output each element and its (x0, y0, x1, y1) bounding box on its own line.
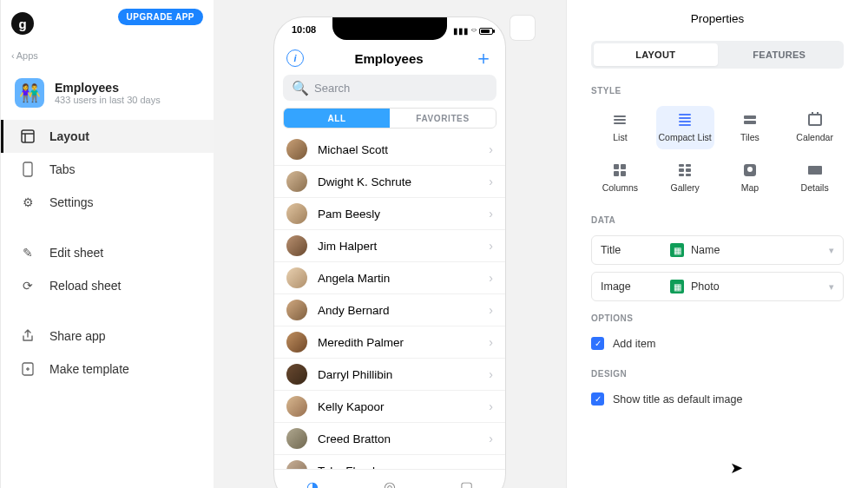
back-label: Apps (16, 50, 38, 61)
style-label: Compact List (658, 132, 711, 142)
employee-name: Andy Bernard (318, 304, 478, 317)
style-compact-list[interactable]: Compact List (656, 106, 714, 149)
chevron-right-icon: › (489, 399, 493, 413)
list-item[interactable]: Pam Beesly› (274, 198, 505, 230)
list-item[interactable]: Andy Bernard› (274, 294, 505, 326)
data-value: Name (691, 244, 720, 256)
tab-middle-icon[interactable]: ◎ (380, 478, 399, 489)
option-add-item[interactable]: ✓ Add item (591, 333, 844, 353)
list-item[interactable]: Jim Halpert› (274, 230, 505, 262)
employee-name: Kelly Kapoor (318, 400, 478, 413)
style-label: Columns (602, 182, 638, 193)
sidebar-item-tabs[interactable]: Tabs (1, 153, 214, 186)
style-calendar[interactable]: Calendar (786, 106, 844, 149)
style-list[interactable]: List (591, 106, 649, 149)
style-label: List (613, 132, 627, 142)
chevron-right-icon: › (489, 335, 493, 349)
list-item[interactable]: Meredith Palmer› (274, 326, 505, 359)
search-placeholder: Search (314, 82, 350, 95)
svg-rect-3 (23, 162, 32, 176)
wifi-icon: ⌔ (471, 26, 477, 36)
chevron-right-icon: › (489, 207, 493, 221)
sidebar-item-label: Reload sheet (49, 279, 122, 293)
data-value: Photo (691, 280, 720, 293)
employee-name: Jim Halpert (318, 240, 478, 253)
left-sidebar: UPGRADE APP g ‹ Apps 👫 Employees 433 use… (0, 0, 214, 488)
avatar (286, 139, 307, 160)
data-row-title[interactable]: Title ▦Name ▾ (591, 235, 844, 265)
app-icon: 👫 (15, 78, 44, 108)
segment-all[interactable]: ALL (284, 109, 390, 128)
style-label: Map (741, 182, 759, 193)
segment-favorites[interactable]: FAVORITES (390, 109, 496, 128)
style-label: Calendar (796, 132, 833, 142)
employee-name: Creed Bratton (318, 432, 478, 445)
sidebar-item-settings[interactable]: ⚙ Settings (1, 186, 214, 219)
sidebar-item-layout[interactable]: Layout (1, 120, 214, 153)
section-options-label: OPTIONS (591, 313, 844, 323)
style-details[interactable]: Details (786, 156, 844, 200)
current-app-header[interactable]: 👫 Employees 433 users in last 30 days (1, 66, 214, 120)
sidebar-item-make-template[interactable]: Make template (1, 353, 214, 386)
data-key: Image (601, 280, 670, 293)
option-label: Add item (613, 338, 655, 350)
device-apple-button[interactable] (510, 16, 535, 40)
checkbox-checked-icon: ✓ (591, 337, 604, 350)
search-input[interactable]: 🔍 Search (283, 75, 496, 101)
upgrade-button[interactable]: UPGRADE APP (118, 9, 203, 25)
sidebar-item-reload-sheet[interactable]: ⟳ Reload sheet (1, 269, 214, 302)
avatar (286, 235, 307, 256)
tab-features[interactable]: FEATURES (718, 43, 842, 66)
data-row-image[interactable]: Image ▦Photo ▾ (591, 272, 844, 301)
chevron-right-icon: › (489, 303, 493, 317)
gear-icon: ⚙ (20, 195, 36, 210)
chevron-down-icon: ▾ (829, 245, 834, 256)
list-item[interactable]: Michael Scott› (274, 134, 505, 166)
style-tiles[interactable]: Tiles (721, 106, 779, 149)
sidebar-item-label: Settings (49, 195, 94, 209)
list-item[interactable]: Creed Bratton› (274, 423, 505, 455)
screen-title: Employees (354, 51, 423, 66)
sidebar-item-share-app[interactable]: Share app (1, 320, 214, 353)
sheets-icon: ▦ (670, 280, 684, 293)
employee-name: Dwight K. Schrute (318, 175, 478, 188)
style-label: Tiles (740, 132, 760, 142)
design-show-title[interactable]: ✓ Show title as default image (591, 389, 844, 409)
phone-preview: 10:08 ▮▮▮ ⌔ i Employees ＋ 🔍 Search ALL F… (274, 17, 505, 488)
avatar (286, 300, 307, 320)
employee-name: Angela Martin (318, 272, 478, 285)
search-icon: 🔍 (292, 80, 309, 96)
info-icon-button[interactable]: i (286, 49, 304, 67)
add-button[interactable]: ＋ (474, 49, 493, 68)
sheets-icon: ▦ (670, 243, 684, 257)
back-to-apps-link[interactable]: ‹ Apps (11, 50, 203, 61)
phone-notch (332, 17, 447, 40)
list-filter-segmented: ALL FAVORITES (283, 108, 496, 129)
signal-icon: ▮▮▮ (453, 26, 469, 36)
sidebar-item-label: Edit sheet (49, 246, 103, 260)
list-item[interactable]: Toby Flanderson› (274, 455, 505, 469)
chevron-right-icon: › (489, 271, 493, 285)
avatar (286, 203, 307, 224)
list-item[interactable]: Angela Martin› (274, 262, 505, 294)
tab-layout[interactable]: LAYOUT (594, 43, 718, 66)
sidebar-item-label: Layout (49, 129, 89, 143)
avatar (286, 428, 307, 449)
sidebar-item-label: Tabs (49, 162, 76, 176)
employee-name: Meredith Palmer (318, 336, 478, 349)
tab-map-icon[interactable]: ▢ (457, 478, 477, 489)
style-map[interactable]: Map (721, 156, 779, 200)
list-item[interactable]: Darryl Phillibin› (274, 359, 505, 391)
style-gallery[interactable]: Gallery (656, 156, 714, 200)
chevron-down-icon: ▾ (829, 281, 834, 293)
design-label: Show title as default image (613, 393, 742, 406)
sidebar-item-edit-sheet[interactable]: ✎ Edit sheet (1, 236, 214, 269)
avatar (286, 171, 307, 192)
list-item[interactable]: Dwight K. Schrute› (274, 166, 505, 198)
list-item[interactable]: Kelly Kapoor› (274, 391, 505, 423)
tab-list-icon[interactable]: ◑ (303, 478, 322, 489)
avatar (286, 460, 307, 469)
style-columns[interactable]: Columns (591, 156, 649, 200)
cursor-icon: ➤ (730, 458, 743, 478)
app-logo[interactable]: g (11, 12, 34, 35)
